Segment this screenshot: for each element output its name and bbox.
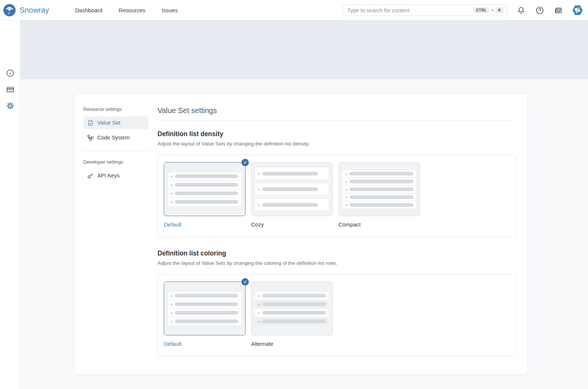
settings-nav-api-keys[interactable]: API Keys: [83, 169, 149, 182]
placeholder-bar: [262, 311, 326, 315]
placeholder-bar: [350, 172, 413, 176]
coloring-options: ✓««««Default««««Alternate: [157, 274, 516, 356]
snowray-logo-icon[interactable]: [3, 4, 16, 17]
nav-issues[interactable]: Issues: [162, 7, 178, 13]
placeholder-bar: [175, 311, 238, 315]
search-input[interactable]: [347, 7, 474, 13]
collapse-chevron-icon: «: [258, 203, 260, 207]
selected-check-icon: ✓: [241, 159, 249, 166]
left-rail: [0, 20, 20, 389]
option-preview[interactable]: ✓««««: [164, 282, 246, 335]
mock-definition-row: «: [168, 198, 241, 206]
mock-definition-row: «: [255, 300, 329, 308]
mock-definition-row: «: [168, 292, 241, 300]
kbd-ctrl: CTRL: [474, 7, 490, 13]
mock-definition-row: «: [342, 186, 416, 193]
option-preview[interactable]: «««: [251, 162, 333, 216]
mock-definition-row: «: [168, 190, 241, 197]
mock-definition-row: «: [255, 183, 329, 195]
coloring-description: Adjust the layout of Value Sets by chang…: [157, 260, 516, 266]
density-section: Definition list density Adjust the layou…: [157, 130, 516, 237]
help-icon[interactable]: [535, 6, 544, 15]
option-preview[interactable]: ✓««««: [164, 162, 246, 216]
news-icon[interactable]: [554, 6, 563, 15]
placeholder-bar: [175, 200, 238, 204]
mock-definition-row: «: [168, 309, 241, 317]
collapse-chevron-icon: «: [258, 302, 260, 306]
collapse-chevron-icon: «: [170, 302, 172, 306]
collapse-chevron-icon: «: [170, 319, 172, 324]
collapse-chevron-icon: «: [345, 203, 347, 207]
option-default[interactable]: ✓««««Default: [164, 282, 246, 347]
placeholder-bar: [262, 187, 318, 191]
mock-definition-row: «: [255, 168, 329, 179]
collapse-chevron-icon: «: [170, 311, 172, 315]
mock-definition-row: «: [255, 292, 329, 300]
mock-definition-row: «: [168, 300, 241, 308]
settings-nav-code-system[interactable]: Code System: [83, 131, 149, 144]
settings-nav: Resource settings vs Value Set Code Syst…: [83, 106, 149, 184]
mock-definition-row: «: [342, 170, 416, 177]
kbd-k: K: [496, 7, 504, 13]
collapse-chevron-icon: «: [170, 191, 172, 196]
settings-nav-value-set[interactable]: vs Value Set: [83, 116, 149, 129]
option-preview[interactable]: «««««: [338, 162, 420, 216]
mock-definition-row: «: [168, 181, 241, 189]
title-divider: [157, 120, 516, 120]
placeholder-bar: [175, 192, 238, 195]
option-preview[interactable]: ««««: [251, 282, 333, 335]
option-label: Compact: [338, 221, 420, 228]
user-avatar[interactable]: [572, 5, 583, 16]
page-title: Value Set settings: [157, 106, 516, 115]
collapse-chevron-icon: «: [345, 187, 347, 192]
top-navigation: Dashboard Resources Issues: [75, 7, 178, 13]
option-label: Default: [164, 221, 246, 228]
selected-check-icon: ✓: [241, 278, 249, 286]
option-label: Default: [164, 341, 246, 347]
api-key-icon: [87, 173, 94, 179]
placeholder-bar: [350, 187, 413, 191]
nav-resources[interactable]: Resources: [119, 7, 146, 13]
mock-definition-row: «: [168, 173, 241, 180]
api-keys-label: API Keys: [97, 173, 120, 179]
mock-definition-row: «: [342, 178, 416, 185]
option-default[interactable]: ✓««««Default: [164, 162, 246, 228]
placeholder-bar: [262, 203, 318, 207]
placeholder-bar: [175, 183, 238, 187]
option-label: Alternate: [251, 341, 333, 347]
collapse-chevron-icon: «: [258, 293, 260, 298]
collapse-chevron-icon: «: [170, 293, 172, 298]
placeholder-bar: [175, 302, 238, 306]
option-cozy[interactable]: «««Cozy: [251, 162, 333, 228]
global-search[interactable]: CTRL + K: [342, 4, 507, 16]
collapse-chevron-icon: «: [258, 319, 260, 324]
collapse-chevron-icon: «: [258, 187, 260, 192]
notifications-bell-icon[interactable]: [517, 6, 526, 15]
coloring-section: Definition list coloring Adjust the layo…: [157, 250, 516, 356]
settings-gear-icon[interactable]: [6, 102, 14, 110]
collapse-chevron-icon: «: [258, 171, 260, 176]
mock-definition-row: «: [255, 199, 329, 210]
brand-name[interactable]: Snowray: [20, 6, 49, 15]
option-compact[interactable]: «««««Compact: [338, 162, 420, 228]
topbar-icon-group: [517, 0, 583, 20]
option-alternate[interactable]: ««««Alternate: [251, 282, 333, 347]
top-bar: Snowray Dashboard Resources Issues CTRL …: [0, 0, 588, 20]
placeholder-bar: [262, 302, 326, 306]
resource-settings-group-title: Resource settings: [83, 106, 149, 112]
placeholder-bar: [350, 195, 413, 199]
info-icon[interactable]: [6, 69, 14, 77]
option-label: Cozy: [251, 221, 333, 228]
billing-card-icon[interactable]: [6, 85, 14, 94]
settings-panel: Resource settings vs Value Set Code Syst…: [74, 94, 527, 374]
code-system-icon: [87, 135, 94, 141]
placeholder-bar: [175, 319, 238, 323]
code-system-label: Code System: [97, 135, 130, 141]
value-set-icon: vs: [87, 120, 94, 126]
nav-dashboard[interactable]: Dashboard: [75, 7, 102, 13]
mock-definition-row: «: [342, 202, 416, 208]
collapse-chevron-icon: «: [170, 200, 172, 204]
placeholder-bar: [262, 294, 326, 298]
placeholder-bar: [262, 319, 326, 323]
placeholder-bar: [350, 180, 413, 183]
